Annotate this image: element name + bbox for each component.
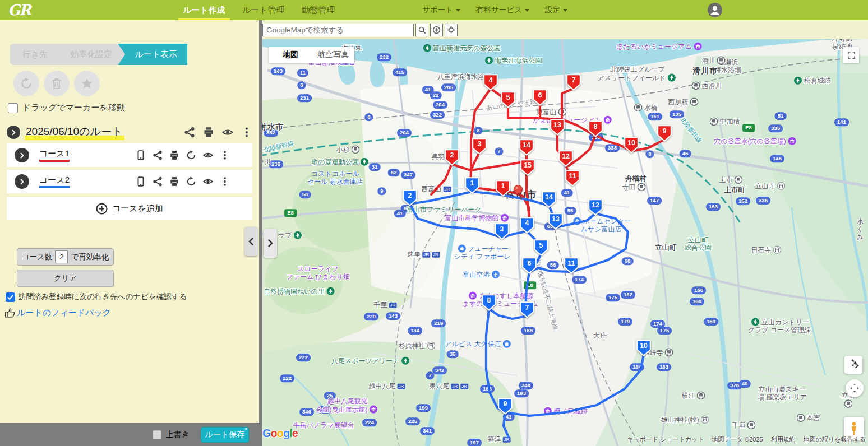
map-marker-blue-10[interactable]: 10 [636, 340, 651, 359]
right-nav-有料サービス[interactable]: 有料サービス [476, 5, 529, 15]
overwrite-checkbox[interactable] [153, 430, 161, 439]
map-marker-blue-8[interactable]: 8 [482, 294, 496, 313]
map-marker-red-7[interactable]: 7 [566, 74, 581, 93]
attribution-item[interactable]: 利用規約 [771, 435, 796, 444]
add-course-button[interactable]: コースを追加 [7, 197, 252, 220]
print-icon[interactable] [169, 150, 179, 160]
mobile-icon[interactable] [136, 176, 146, 187]
clear-button[interactable]: クリア [17, 270, 114, 287]
map-marker-red-1[interactable]: 1 [496, 180, 510, 199]
google-logo[interactable]: Google [262, 427, 298, 440]
route-feedback-link[interactable]: ルートのフィードバック [4, 307, 111, 318]
road-shield-179: 179 [618, 318, 632, 326]
chevron-right-icon[interactable] [7, 126, 20, 139]
map-marker-blue-3[interactable]: 3 [495, 223, 509, 242]
map-marker-red-6[interactable]: 6 [533, 89, 547, 108]
museum-icon [694, 42, 702, 50]
map-type-satellite-button[interactable]: 航空写真 [312, 47, 354, 63]
map-marker-red-3[interactable]: 3 [472, 138, 487, 157]
sidebar-collapse-handle[interactable] [244, 227, 258, 256]
map-label: 栂ノ尾城跡 [542, 407, 587, 415]
pan-control-button[interactable] [846, 379, 864, 397]
right-nav-設定[interactable]: 設定 [545, 5, 567, 15]
user-avatar-icon[interactable] [708, 3, 722, 17]
wizard-step-行き先[interactable]: 行き先 [10, 44, 61, 65]
share-icon[interactable] [153, 176, 163, 187]
chevron-right-icon [266, 239, 275, 248]
map-marker-red-14[interactable]: 14 [519, 139, 534, 158]
nav-tab-ルート作成[interactable]: ルート作成 [182, 0, 227, 20]
map-marker-red-15[interactable]: 15 [520, 159, 535, 178]
right-nav-サポート[interactable]: サポート [422, 5, 460, 15]
wizard-step-ルート表示[interactable]: ルート表示 [118, 44, 191, 65]
map-marker-blue-11[interactable]: 11 [564, 257, 579, 276]
sync-icon[interactable] [186, 176, 196, 187]
checkbox-box[interactable] [8, 103, 18, 113]
map-marker-red-10[interactable]: 10 [624, 137, 639, 156]
map-search-input[interactable] [262, 24, 414, 36]
map-marker-red-9[interactable]: 9 [657, 125, 672, 144]
map-marker-blue-14[interactable]: 14 [542, 191, 556, 210]
share-icon[interactable] [153, 150, 163, 160]
course-count-input[interactable]: 2 [55, 250, 68, 263]
course-name[interactable]: コース2 [39, 175, 70, 188]
map-marker-red-8[interactable]: 8 [588, 120, 603, 140]
refresh-icon-button[interactable] [13, 71, 39, 96]
print-icon[interactable] [169, 176, 179, 187]
print-icon[interactable] [203, 127, 214, 138]
eye-icon[interactable] [203, 176, 213, 187]
main-nav: ルート作成ルート管理動態管理 [182, 0, 336, 20]
destination-pushpin-icon[interactable] [512, 184, 525, 203]
course-name[interactable]: コース1 [39, 148, 70, 162]
map-marker-blue-5[interactable]: 5 [534, 239, 548, 258]
save-route-button[interactable]: ルート保存 * [201, 427, 249, 443]
kebab-icon[interactable] [220, 176, 230, 187]
chevron-right-icon[interactable] [15, 174, 29, 189]
map-marker-red-13[interactable]: 13 [550, 119, 565, 138]
sidebar-expand-handle[interactable] [264, 229, 277, 258]
search-icon [418, 26, 426, 34]
map-marker-blue-13[interactable]: 13 [548, 213, 563, 232]
add-destination-button[interactable] [430, 24, 443, 36]
eye-icon[interactable] [203, 150, 213, 160]
app-logo[interactable]: GR [8, 2, 182, 18]
map-marker-blue-1[interactable]: 1 [465, 177, 479, 196]
map-marker-blue-7[interactable]: 7 [520, 301, 534, 320]
nav-confirm-checkbox[interactable]: 訪問済み登録時に次の行き先へのナビを確認する [6, 292, 187, 302]
map-marker-red-12[interactable]: 12 [558, 150, 573, 169]
share-icon[interactable] [184, 127, 195, 138]
wizard-step-効率化設定[interactable]: 効率化設定 [53, 44, 126, 65]
map-marker-red-11[interactable]: 11 [565, 170, 580, 189]
search-button[interactable] [415, 24, 428, 36]
locate-button[interactable] [445, 24, 458, 36]
route-title[interactable]: 2025/06/10のルート [25, 124, 124, 140]
checkbox-box-checked[interactable] [6, 292, 15, 302]
sync-icon[interactable] [186, 150, 196, 160]
fullscreen-button[interactable] [843, 47, 859, 63]
drag-marker-checkbox[interactable]: ドラッグでマーカーを移動 [8, 103, 125, 113]
kebab-icon[interactable] [241, 127, 252, 138]
kebab-icon[interactable] [220, 150, 230, 160]
mobile-icon[interactable] [136, 150, 146, 160]
tilt-satellite-button[interactable] [844, 356, 862, 374]
reoptimize-button[interactable]: コース数 2 で再効率化 [17, 248, 114, 266]
trash-icon-button[interactable] [44, 71, 70, 96]
map-marker-blue-6[interactable]: 6 [522, 257, 537, 276]
map-type-map-button[interactable]: 地図 [269, 47, 312, 63]
attribution-item[interactable]: キーボード ショートカット [627, 435, 704, 444]
chevron-right-icon[interactable] [15, 148, 29, 162]
map-marker-red-5[interactable]: 5 [501, 91, 515, 110]
map-marker-blue-4[interactable]: 4 [520, 217, 534, 236]
nav-tab-動態管理[interactable]: 動態管理 [300, 0, 336, 20]
map-marker-blue-12[interactable]: 12 [588, 199, 603, 218]
star-icon-button[interactable] [74, 71, 100, 96]
map-marker-red-2[interactable]: 2 [445, 149, 459, 168]
blue-icon [458, 244, 466, 253]
nav-tab-ルート管理[interactable]: ルート管理 [241, 0, 286, 20]
map-marker-red-4[interactable]: 4 [483, 74, 498, 93]
map-canvas[interactable]: 2431182312324154120520432235223682043162… [259, 39, 868, 446]
map-marker-blue-9[interactable]: 9 [498, 398, 513, 417]
map-marker-blue-2[interactable]: 2 [403, 189, 417, 208]
attribution-item[interactable]: 地図の誤りを報告する [804, 435, 866, 444]
eye-icon[interactable] [222, 127, 233, 138]
